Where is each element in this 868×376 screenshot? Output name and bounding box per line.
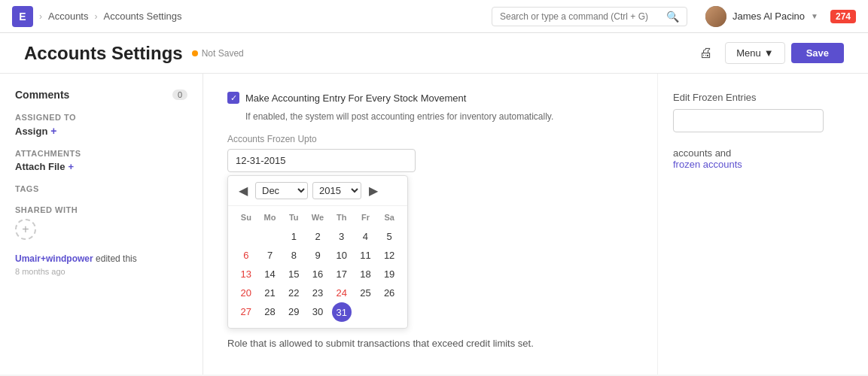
not-saved-dot [192,50,198,56]
stock-movement-checkbox-row: ✓ Make Accounting Entry For Every Stock … [227,92,633,104]
cal-cell-7[interactable]: 7 [258,246,282,265]
right-column: Edit Frozen Entries accounts and frozen … [657,74,868,374]
cal-cell-3[interactable]: 3 [330,227,354,246]
print-button[interactable]: 🖨 [693,42,719,64]
calendar-nav: ◀ JanFebMar AprMayJun JulAugSep OctNovDe… [228,176,407,206]
frozen-accounts-link[interactable]: frozen accounts [673,159,742,170]
cal-cell-10[interactable]: 10 [330,246,354,265]
cal-cell-2[interactable]: 2 [306,227,330,246]
calendar-prev-button[interactable]: ◀ [236,183,251,198]
calendar-grid: Su Mo Tu We Th Fr Sa 1 2 3 4 5 [228,206,407,328]
search-bar[interactable]: 🔍 [492,7,687,26]
attach-label: Attach File [15,161,65,172]
cal-cell-23[interactable]: 23 [306,284,330,302]
attachments-section-title: ATTACHMENTS [15,149,187,158]
calendar-week-5: 27 28 29 30 31 [234,302,401,322]
cal-cell-25[interactable]: 25 [354,284,378,302]
year-select[interactable]: 201320142015 20162017 [312,182,361,199]
breadcrumb-separator-2: › [94,11,97,22]
notification-badge[interactable]: 274 [830,10,856,23]
shared-with-section-title: SHARED WITH [15,205,187,214]
cal-cell-17[interactable]: 17 [330,265,354,284]
cal-cell-19[interactable]: 19 [377,265,401,284]
assigned-to-section-title: ASSIGNED TO [15,113,187,122]
cal-cell-11[interactable]: 11 [354,246,378,265]
edit-frozen-label: Edit Frozen Entries [673,92,853,103]
activity-entry: Umair+windpower edited this [15,252,187,265]
cal-cell-29[interactable]: 29 [282,302,306,322]
cal-cell-14[interactable]: 14 [258,265,282,284]
cal-cell-1[interactable]: 1 [282,227,306,246]
calendar-next-button[interactable]: ▶ [366,183,381,198]
activity-action: edited this [96,253,137,264]
cal-cell-13[interactable]: 13 [234,265,258,284]
breadcrumb-accounts[interactable]: Accounts [48,11,88,22]
navbar: E › Accounts › Accounts Settings 🔍 James… [0,0,868,33]
comments-label: Comments [15,89,69,101]
calendar-week-4: 20 21 22 23 24 25 26 [234,284,401,302]
cal-cell-6[interactable]: 6 [234,246,258,265]
not-saved-indicator: Not Saved [192,48,244,59]
cal-cell-31[interactable]: 31 [332,302,352,322]
edit-frozen-text: Edit Frozen Entries [673,92,757,103]
stock-movement-checkbox[interactable]: ✓ [227,92,239,104]
accounts-frozen-label: Accounts Frozen Upto [227,134,633,144]
shared-add-button[interactable]: + [15,219,36,240]
accounts-frozen-description: accounts and frozen accounts [673,147,853,170]
assign-row: Assign + [15,125,187,137]
attach-plus-button[interactable]: + [68,161,74,172]
assign-plus-button[interactable]: + [50,125,56,137]
user-dropdown-arrow: ▼ [811,12,818,20]
comments-section: Comments 0 [15,89,187,101]
date-input-wrapper [227,149,416,172]
accounts-desc-text: accounts and [673,147,731,159]
menu-label: Menu [736,47,761,59]
activity-user: Umair+windpower [15,253,93,264]
save-button[interactable]: Save [791,43,844,63]
frozen-entries-input[interactable] [673,109,824,132]
checkbox-hint: If enabled, the system will post account… [245,111,633,122]
cal-cell-5[interactable]: 5 [377,227,401,246]
cal-header-tu: Tu [282,211,306,224]
cal-cell-28[interactable]: 28 [258,302,282,322]
cal-cell-30[interactable]: 30 [306,302,330,322]
shared-row: + [15,219,187,240]
credit-limits-text: Role that is allowed to submit transacti… [227,338,633,349]
cal-cell-22[interactable]: 22 [282,284,306,302]
cal-header-sa: Sa [377,211,401,224]
cal-cell-empty [258,227,282,246]
calendar-popup: ◀ JanFebMar AprMayJun JulAugSep OctNovDe… [227,175,408,329]
cal-cell-12[interactable]: 12 [377,246,401,265]
cal-cell-21[interactable]: 21 [258,284,282,302]
cal-header-we: We [306,211,330,224]
cal-header-su: Su [234,211,258,224]
calendar-header-row: Su Mo Tu We Th Fr Sa [234,211,401,224]
search-input[interactable] [500,11,662,22]
cal-cell-15[interactable]: 15 [282,265,306,284]
month-select[interactable]: JanFebMar AprMayJun JulAugSep OctNovDec [255,182,308,199]
date-input[interactable] [227,149,416,172]
cal-cell-16[interactable]: 16 [306,265,330,284]
menu-button[interactable]: Menu ▼ [725,42,784,64]
calendar-week-3: 13 14 15 16 17 18 19 [234,265,401,284]
calendar-week-2: 6 7 8 9 10 11 12 [234,246,401,265]
not-saved-label: Not Saved [202,48,244,59]
menu-dropdown-icon: ▼ [764,47,774,59]
app-logo[interactable]: E [12,6,33,27]
main-container: Comments 0 ASSIGNED TO Assign + ATTACHME… [0,74,868,374]
breadcrumb-accounts-settings[interactable]: Accounts Settings [103,11,181,22]
cal-cell-24[interactable]: 24 [330,284,354,302]
cal-cell-18[interactable]: 18 [354,265,378,284]
cal-cell-27[interactable]: 27 [234,302,258,322]
cal-cell-8[interactable]: 8 [282,246,306,265]
cal-cell-4[interactable]: 4 [354,227,378,246]
stock-movement-label: Make Accounting Entry For Every Stock Mo… [245,92,466,104]
cal-cell-20[interactable]: 20 [234,284,258,302]
attach-row: Attach File + [15,161,187,172]
sidebar: Comments 0 ASSIGNED TO Assign + ATTACHME… [0,74,203,374]
activity-section: Umair+windpower edited this 8 months ago [15,252,187,276]
cal-cell-empty [377,302,401,322]
cal-cell-26[interactable]: 26 [377,284,401,302]
cal-cell-9[interactable]: 9 [306,246,330,265]
user-menu[interactable]: James Al Pacino ▼ [705,6,818,27]
